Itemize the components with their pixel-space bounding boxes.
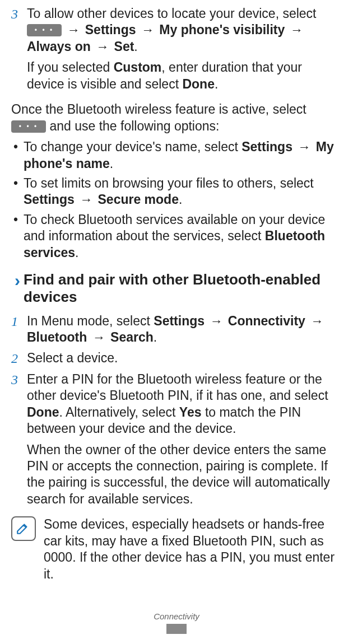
arrow-icon: → — [78, 192, 94, 207]
arrow-icon: → — [208, 314, 224, 328]
section-heading: › Find and pair with other Bluetooth-ena… — [11, 271, 342, 306]
step-number: 2 — [11, 350, 27, 366]
text: If you selected — [27, 60, 110, 74]
once-paragraph: Once the Bluetooth wireless feature is a… — [11, 101, 342, 134]
text: To change your device's name, select — [24, 139, 238, 154]
find-step-2: 2 Select a device. — [11, 350, 342, 366]
nav-settings: Settings — [154, 314, 205, 328]
text: Once the Bluetooth wireless feature is a… — [11, 102, 306, 116]
option-done: Done — [182, 77, 215, 91]
step-number: 3 — [11, 371, 27, 512]
section-title: Find and pair with other Bluetooth-enabl… — [24, 271, 342, 306]
bullet-list: To change your device's name, select Set… — [11, 139, 342, 261]
note-text: Some devices, especially headsets or han… — [44, 516, 342, 582]
period: . — [110, 156, 113, 171]
arrow-icon: → — [296, 139, 312, 154]
step-3-para-1: To allow other devices to locate your de… — [27, 6, 342, 55]
arrow-icon: → — [289, 22, 305, 37]
nav-secure-mode: Secure mode — [98, 192, 179, 207]
arrow-icon: → — [140, 22, 156, 37]
find-step-3-para-1: Enter a PIN for the Bluetooth wireless f… — [27, 371, 342, 437]
nav-settings: Settings — [85, 22, 136, 37]
step-3-para-2: If you selected Custom, enter duration t… — [27, 59, 342, 92]
bullet-item-3: To check Bluetooth services available on… — [11, 212, 342, 261]
nav-connectivity: Connectivity — [228, 314, 305, 328]
option-yes: Yes — [179, 405, 202, 419]
text: Select a device. — [27, 351, 118, 365]
text: Enter a PIN for the Bluetooth wireless f… — [27, 372, 328, 403]
bullet-item-1: To change your device's name, select Set… — [11, 139, 342, 172]
arrow-icon: → — [91, 330, 107, 344]
arrow-icon: → — [94, 39, 110, 54]
footer-chapter: Connectivity — [154, 612, 199, 621]
arrow-icon: → — [309, 314, 325, 328]
period: . — [179, 192, 182, 207]
step-3: 3 To allow other devices to locate your … — [11, 6, 342, 97]
nav-settings: Settings — [241, 139, 292, 154]
step-body: Select a device. — [27, 350, 342, 366]
step-number: 3 — [11, 6, 27, 97]
note-block: Some devices, especially headsets or han… — [11, 516, 342, 582]
text: To allow other devices to locate your de… — [27, 6, 317, 21]
note-icon — [11, 516, 36, 541]
step-body: In Menu mode, select Settings → Connecti… — [27, 313, 342, 346]
text: In Menu mode, select — [27, 314, 150, 328]
footer: Connectivity — [0, 611, 353, 634]
step-body: To allow other devices to locate your de… — [27, 6, 342, 97]
nav-search: Search — [110, 330, 154, 344]
arrow-icon: → — [65, 22, 81, 37]
period: . — [134, 39, 137, 54]
text: To set limits on browsing your files to … — [24, 176, 314, 190]
find-step-3-para-2: When the owner of the other device enter… — [27, 442, 342, 508]
step-body: Enter a PIN for the Bluetooth wireless f… — [27, 371, 342, 512]
find-step-1: 1 In Menu mode, select Settings → Connec… — [11, 313, 342, 346]
page-number-box — [166, 624, 187, 634]
nav-bluetooth: Bluetooth — [27, 330, 87, 344]
find-step-3: 3 Enter a PIN for the Bluetooth wireless… — [11, 371, 342, 512]
period: . — [75, 245, 78, 260]
nav-my-phones-visibility: My phone's visibility — [159, 22, 285, 37]
period: . — [154, 330, 157, 344]
text: and use the following options: — [49, 119, 219, 133]
nav-set: Set — [114, 39, 134, 54]
page: 3 To allow other devices to locate your … — [0, 0, 353, 644]
period: . — [215, 77, 218, 91]
text: . Alternatively, select — [59, 405, 176, 419]
pencil-note-icon — [16, 521, 30, 535]
chevron-right-icon: › — [15, 271, 20, 290]
option-done: Done — [27, 405, 59, 419]
nav-settings: Settings — [24, 192, 75, 207]
overflow-menu-icon — [27, 24, 62, 36]
nav-always-on: Always on — [27, 39, 91, 54]
overflow-menu-icon — [11, 120, 46, 133]
bullet-item-2: To set limits on browsing your files to … — [11, 175, 342, 208]
option-custom: Custom — [114, 60, 162, 74]
step-number: 1 — [11, 313, 27, 346]
